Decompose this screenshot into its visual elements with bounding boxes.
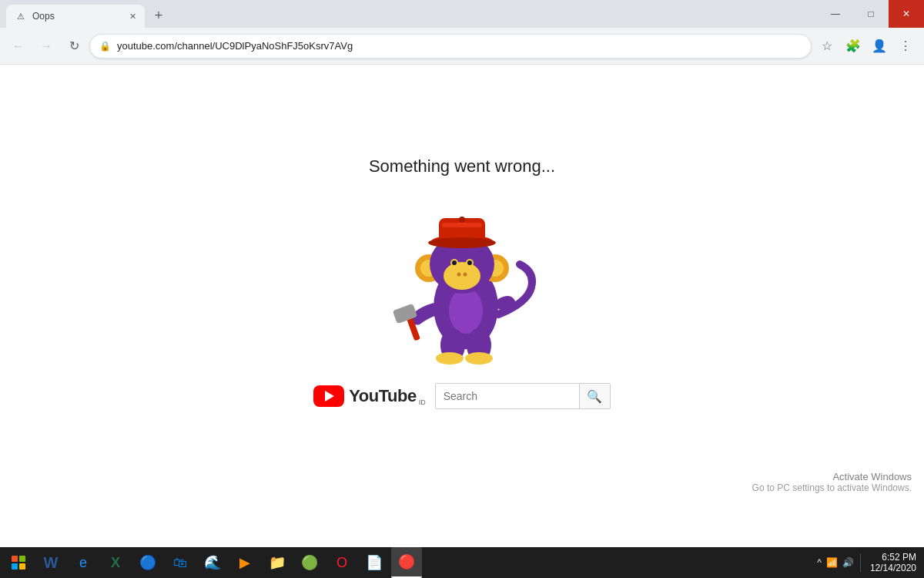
media-icon: ▶ bbox=[239, 554, 250, 571]
files-icon: 📄 bbox=[366, 554, 383, 571]
chrome-icon-1: 🔵 bbox=[139, 554, 156, 571]
close-button[interactable]: ✕ bbox=[889, 0, 924, 28]
youtube-logo[interactable]: YouTube ID bbox=[313, 385, 425, 407]
chrome-active-icon: 🔴 bbox=[398, 553, 415, 570]
svg-point-10 bbox=[452, 260, 457, 265]
folder-icon: 📁 bbox=[269, 554, 286, 571]
forward-button[interactable]: → bbox=[34, 34, 59, 59]
chrome-icon-2: 🟢 bbox=[301, 554, 318, 571]
taskbar-word[interactable]: W bbox=[35, 547, 66, 578]
taskbar: W e X 🔵 🛍 🌊 ▶ 📁 🟢 O 📄 bbox=[0, 547, 924, 578]
new-tab-button[interactable]: + bbox=[148, 5, 169, 26]
address-bar[interactable]: 🔒 youtube.com/channel/UC9DlPyaNoShFJ5oKs… bbox=[89, 34, 812, 59]
search-button[interactable]: 🔍 bbox=[579, 384, 610, 408]
nav-bar: ← → ↻ 🔒 youtube.com/channel/UC9DlPyaNoSh… bbox=[0, 28, 924, 65]
minimize-button[interactable]: — bbox=[818, 0, 853, 28]
youtube-icon bbox=[313, 385, 344, 407]
start-button[interactable] bbox=[3, 547, 34, 578]
network-icon[interactable]: 📶 bbox=[825, 557, 839, 568]
taskbar-ie[interactable]: e bbox=[68, 547, 99, 578]
taskbar-chrome-active[interactable]: 🔴 bbox=[391, 547, 422, 578]
svg-point-13 bbox=[464, 273, 467, 277]
taskbar-excel[interactable]: X bbox=[100, 547, 131, 578]
activate-windows-watermark: Activate Windows Go to PC settings to ac… bbox=[752, 471, 912, 493]
search-input[interactable] bbox=[436, 384, 579, 408]
taskbar-store[interactable]: 🛍 bbox=[165, 547, 196, 578]
taskbar-right: ^ 📶 🔊 6:52 PM 12/14/2020 bbox=[815, 547, 921, 578]
activate-windows-title: Activate Windows bbox=[752, 471, 912, 482]
monkey-illustration bbox=[385, 195, 539, 365]
extensions-button[interactable]: 🧩 bbox=[841, 34, 865, 59]
svg-point-12 bbox=[457, 273, 461, 277]
edge-icon: 🌊 bbox=[204, 554, 221, 571]
svg-point-24 bbox=[465, 352, 493, 365]
chevron-icon[interactable]: ^ bbox=[815, 557, 823, 568]
ie-icon: e bbox=[79, 555, 87, 571]
window-controls: — □ ✕ bbox=[818, 0, 924, 28]
svg-point-23 bbox=[436, 352, 464, 365]
svg-point-11 bbox=[467, 260, 472, 265]
taskbar-divider bbox=[860, 553, 861, 572]
taskbar-media[interactable]: ▶ bbox=[229, 547, 260, 578]
clock-date: 12/14/2020 bbox=[870, 563, 916, 573]
title-bar: ⚠ Oops ✕ + — □ ✕ bbox=[0, 0, 924, 28]
svg-point-17 bbox=[428, 237, 496, 248]
refresh-button[interactable]: ↻ bbox=[62, 34, 86, 59]
youtube-wordmark: YouTube bbox=[349, 386, 416, 406]
browser-window: ⚠ Oops ✕ + — □ ✕ ← → ↻ 🔒 youtube.com/cha… bbox=[0, 0, 924, 578]
taskbar-opera[interactable]: O bbox=[326, 547, 357, 578]
excel-icon: X bbox=[111, 555, 120, 571]
active-tab[interactable]: ⚠ Oops ✕ bbox=[6, 5, 145, 28]
taskbar-clock[interactable]: 6:52 PM 12/14/2020 bbox=[865, 552, 921, 573]
youtube-search-area: YouTube ID 🔍 bbox=[313, 383, 610, 409]
menu-button[interactable]: ⋮ bbox=[893, 34, 918, 59]
youtube-search-box[interactable]: 🔍 bbox=[435, 383, 611, 409]
taskbar-files[interactable]: 📄 bbox=[359, 547, 390, 578]
bookmark-button[interactable]: ☆ bbox=[815, 34, 839, 59]
back-button[interactable]: ← bbox=[6, 34, 31, 59]
svg-point-7 bbox=[444, 262, 480, 290]
tab-area: ⚠ Oops ✕ + bbox=[0, 0, 169, 28]
taskbar-edge[interactable]: 🌊 bbox=[197, 547, 228, 578]
nav-right: ☆ 🧩 👤 ⋮ bbox=[815, 34, 918, 59]
volume-icon[interactable]: 🔊 bbox=[841, 557, 855, 568]
opera-icon: O bbox=[336, 555, 347, 571]
maximize-button[interactable]: □ bbox=[853, 0, 889, 28]
page-content: Something went wrong... bbox=[0, 65, 924, 547]
activate-windows-desc: Go to PC settings to activate Windows. bbox=[752, 482, 912, 493]
error-message: Something went wrong... bbox=[369, 156, 555, 176]
youtube-country-code: ID bbox=[419, 398, 426, 406]
word-icon: W bbox=[44, 554, 59, 572]
url-text: youtube.com/channel/UC9DlPyaNoShFJ5oKsrv… bbox=[117, 40, 802, 52]
tab-title: Oops bbox=[32, 11, 120, 22]
taskbar-chrome-2[interactable]: 🟢 bbox=[294, 547, 325, 578]
tab-favicon: ⚠ bbox=[15, 11, 26, 22]
windows-logo-icon bbox=[12, 556, 25, 570]
lock-icon: 🔒 bbox=[99, 41, 111, 52]
taskbar-folder[interactable]: 📁 bbox=[262, 547, 293, 578]
svg-rect-16 bbox=[442, 223, 482, 227]
error-container: Something went wrong... bbox=[313, 156, 610, 409]
svg-point-1 bbox=[449, 287, 483, 334]
taskbar-chrome-1[interactable]: 🔵 bbox=[132, 547, 163, 578]
clock-time: 6:52 PM bbox=[882, 552, 916, 563]
store-icon: 🛍 bbox=[173, 555, 187, 571]
profile-button[interactable]: 👤 bbox=[867, 34, 892, 59]
svg-point-18 bbox=[459, 217, 465, 223]
system-tray-icons: ^ 📶 🔊 bbox=[815, 557, 855, 568]
tab-close-button[interactable]: ✕ bbox=[126, 10, 139, 22]
